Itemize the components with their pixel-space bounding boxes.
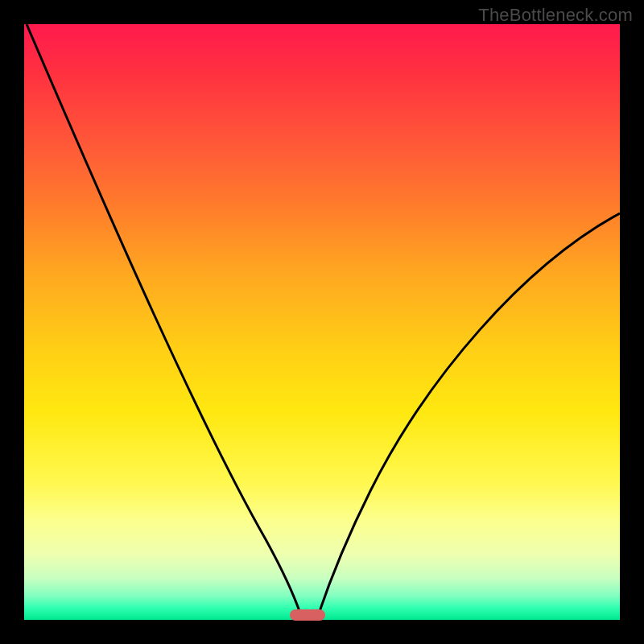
chart-frame <box>24 24 620 620</box>
watermark-text: TheBottleneck.com <box>478 5 633 26</box>
curve-layer <box>24 24 620 620</box>
curve-left <box>27 24 302 618</box>
curve-right <box>317 213 620 618</box>
bottleneck-marker <box>290 609 325 621</box>
